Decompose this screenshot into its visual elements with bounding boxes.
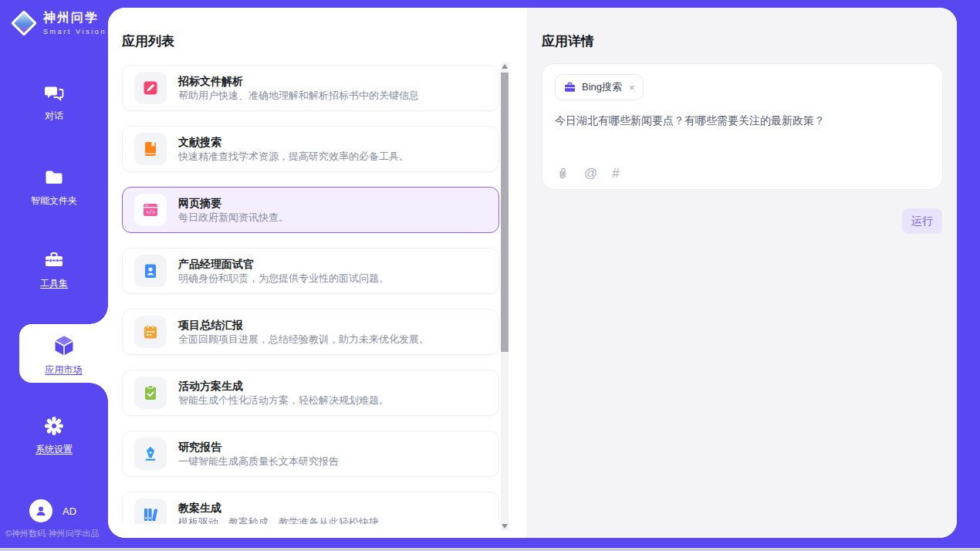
avatar	[29, 499, 52, 522]
app-card-lesson-plan[interactable]: 教案生成 模板驱动，教案秒成，教学准备从此轻松快捷	[122, 492, 499, 524]
input-toolbar: @ #	[556, 166, 620, 180]
chat-icon	[43, 82, 65, 106]
app-list-title: 应用列表	[122, 32, 174, 50]
scrollbar-thumb[interactable]	[501, 73, 509, 352]
app-card-desc: 一键智能生成高质量长文本研究报告	[178, 456, 339, 466]
brand-name: 神州问学	[43, 10, 106, 26]
app-card-bid-analysis[interactable]: 招标文件解析 帮助用户快速、准确地理解和解析招标书中的关键信息	[122, 65, 499, 111]
app-detail-title: 应用详情	[542, 32, 594, 50]
copyright-footer: ©神州数码·神州问学出品	[5, 528, 100, 539]
user-account[interactable]: AD	[29, 499, 76, 522]
app-list-panel: 应用列表 招标文件解析 帮助用户快速、准确地理解和解析招标书中的关键信息	[108, 8, 527, 538]
run-button[interactable]: 运行	[902, 208, 942, 234]
calendar-icon	[134, 316, 167, 348]
sidebar-item-label: 智能文件夹	[31, 196, 77, 205]
sidebar-item-label: 系统设置	[35, 445, 73, 454]
paperclip-icon[interactable]	[556, 166, 569, 180]
edit-square-icon	[134, 72, 167, 104]
sidebar-item-smart-folder[interactable]: 智能文件夹	[0, 167, 108, 205]
app-card-title: 教案生成	[178, 502, 379, 513]
scroll-down-arrow-icon[interactable]	[502, 524, 508, 529]
scroll-up-arrow-icon[interactable]	[502, 64, 508, 69]
badge-person-icon	[134, 255, 167, 287]
person-icon	[34, 504, 48, 518]
toolbox-icon	[43, 249, 65, 273]
app-card-event-plan[interactable]: 活动方案生成 智能生成个性化活动方案，轻松解决规划难题。	[122, 370, 499, 416]
sidebar-item-label: 对话	[45, 111, 63, 120]
app-card-title: 招标文件解析	[178, 76, 419, 86]
app-card-title: 活动方案生成	[178, 380, 389, 391]
list-scrollbar[interactable]	[501, 62, 509, 531]
tool-chip-label: Bing搜索	[582, 80, 622, 94]
book-icon	[134, 133, 167, 165]
sidebar-item-app-market[interactable]: 应用市场	[19, 324, 108, 383]
brand-tagline: Smart Vision	[43, 28, 106, 35]
app-detail-panel: 应用详情 Bing搜索 × 今日湖北有哪些新闻要点？有哪些需要关注的最新政策？	[527, 8, 957, 538]
app-card-title: 项目总结汇报	[178, 319, 429, 330]
app-card-title: 产品经理面试官	[178, 259, 389, 269]
cube-icon	[52, 333, 76, 360]
folder-icon	[43, 167, 65, 191]
app-card-desc: 帮助用户快速、准确地理解和解析招标书中的关键信息	[178, 90, 419, 100]
app-card-pm-interviewer[interactable]: 产品经理面试官 明确身份和职责，为您提供专业性的面试问题。	[122, 248, 499, 294]
brand-logo: 神州问学 Smart Vision	[12, 10, 106, 35]
svg-text:</>: </>	[146, 209, 155, 215]
brand-text: 神州问学 Smart Vision	[43, 10, 106, 35]
main-content: 应用列表 招标文件解析 帮助用户快速、准确地理解和解析招标书中的关键信息	[108, 8, 957, 538]
app-card-project-summary[interactable]: 项目总结汇报 全面回顾项目进展，总结经验教训，助力未来优化发展。	[122, 309, 499, 355]
pen-nib-icon	[134, 438, 167, 470]
app-card-desc: 智能生成个性化活动方案，轻松解决规划难题。	[178, 395, 389, 405]
mention-at-icon[interactable]: @	[584, 167, 597, 180]
books-icon	[134, 499, 167, 524]
query-text-input[interactable]: 今日湖北有哪些新闻要点？有哪些需要关注的最新政策？	[555, 114, 930, 128]
app-card-title: 研究报告	[178, 441, 339, 452]
browser-code-icon: </>	[134, 194, 167, 226]
brand-diamond-icon	[12, 11, 36, 35]
app-card-desc: 全面回顾项目进展，总结经验教训，助力未来优化发展。	[178, 334, 429, 344]
app-card-literature-search[interactable]: 文献搜索 快速精准查找学术资源，提高研究效率的必备工具。	[122, 126, 499, 172]
sidebar-item-label: 工具集	[40, 279, 68, 288]
sidebar: 神州问学 Smart Vision 对话 智能文件夹	[0, 0, 108, 548]
app-card-title: 网页摘要	[178, 198, 289, 208]
hash-icon[interactable]: #	[612, 167, 619, 180]
sidebar-item-label: 应用市场	[46, 365, 83, 374]
prompt-input-card: Bing搜索 × 今日湖北有哪些新闻要点？有哪些需要关注的最新政策？ @ #	[542, 63, 943, 190]
app-card-web-summary[interactable]: </> 网页摘要 每日政府新闻资讯快查。	[122, 187, 499, 233]
sidebar-item-settings[interactable]: 系统设置	[0, 415, 108, 454]
app-card-desc: 模板驱动，教案秒成，教学准备从此轻松快捷	[178, 517, 379, 524]
briefcase-icon	[563, 81, 576, 94]
app-card-desc: 每日政府新闻资讯快查。	[178, 212, 289, 222]
close-icon[interactable]: ×	[629, 82, 635, 93]
app-window: 神州问学 Smart Vision 对话 智能文件夹	[0, 0, 980, 548]
clipboard-check-icon	[134, 377, 167, 409]
sidebar-item-chat[interactable]: 对话	[0, 82, 108, 120]
gear-icon	[43, 415, 65, 439]
app-card-desc: 明确身份和职责，为您提供专业性的面试问题。	[178, 273, 389, 283]
app-card-desc: 快速精准查找学术资源，提高研究效率的必备工具。	[178, 151, 409, 161]
sidebar-item-toolset[interactable]: 工具集	[0, 249, 108, 288]
user-label: AD	[63, 505, 76, 517]
app-card-title: 文献搜索	[178, 137, 409, 147]
app-list: 招标文件解析 帮助用户快速、准确地理解和解析招标书中的关键信息 文献搜索	[122, 65, 499, 524]
app-card-research-report[interactable]: 研究报告 一键智能生成高质量长文本研究报告	[122, 431, 499, 477]
tool-chip-bing-search[interactable]: Bing搜索 ×	[555, 74, 644, 100]
